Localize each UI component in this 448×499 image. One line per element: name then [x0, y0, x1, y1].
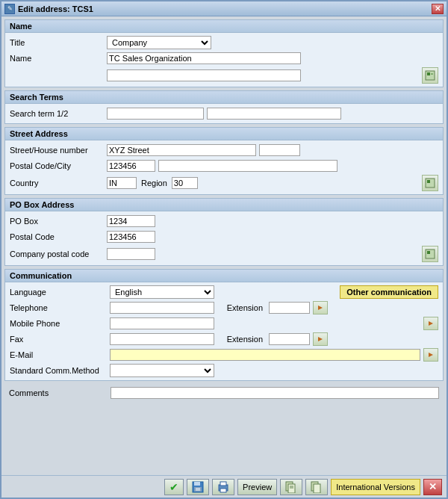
mobile-label: Mobile Phone: [10, 319, 107, 328]
fax-arrow-icon: [316, 335, 325, 344]
cancel-button[interactable]: ✕: [423, 479, 442, 495]
svg-rect-6: [427, 251, 430, 254]
email-arrow-icon: [426, 350, 435, 359]
window-title: Edit address: TCS1: [18, 4, 93, 13]
street-label: Street/House number: [10, 146, 107, 155]
street-address-body: Street/House number Postal Code/City Cou…: [5, 140, 443, 194]
company-postal-label: Company postal code: [10, 250, 107, 258]
fax-row: Fax Extension: [10, 332, 438, 346]
region-input[interactable]: [172, 177, 198, 189]
comments-section: Comments: [4, 384, 444, 402]
house-number-input[interactable]: [259, 144, 300, 156]
po-box-input[interactable]: [107, 215, 155, 227]
title-bar: ✎ Edit address: TCS1 ✕: [1, 1, 447, 16]
search-terms-header: Search Terms: [5, 91, 443, 104]
po-box-icon-btn[interactable]: [422, 246, 438, 262]
other-comm-button[interactable]: Other communication: [340, 285, 438, 299]
po-box-body: PO Box Postal Code Company postal code: [5, 211, 443, 265]
address-icon: [425, 70, 435, 81]
street-section-icon-btn[interactable]: [422, 175, 438, 191]
email-nav-btn[interactable]: [423, 348, 438, 362]
title-bar-left: ✎ Edit address: TCS1: [4, 4, 93, 14]
main-window: ✎ Edit address: TCS1 ✕ Name Title Compan…: [0, 0, 448, 499]
mobile-nav-btn[interactable]: [423, 317, 438, 330]
mobile-arrow-icon: [426, 319, 435, 328]
save-button[interactable]: [187, 479, 209, 495]
street-icon: [425, 178, 435, 188]
name-section: Name Title Company Name: [4, 19, 444, 87]
po-postal-label: Postal Code: [10, 232, 107, 241]
street-input[interactable]: [107, 144, 256, 156]
po-postal-input[interactable]: [107, 231, 155, 243]
comm-body: Language English Other communication Tel…: [5, 282, 443, 380]
company-postal-input[interactable]: [107, 248, 155, 260]
copy-btn2[interactable]: [305, 479, 328, 495]
street-address-header: Street Address: [5, 128, 443, 140]
preview-label: Preview: [243, 483, 272, 492]
street-address-section: Street Address Street/House number Posta…: [4, 127, 444, 195]
telephone-input[interactable]: [110, 302, 214, 314]
mobile-input[interactable]: [110, 317, 214, 329]
name-section-icon-btn[interactable]: [422, 67, 438, 84]
search-term-label: Search term 1/2: [10, 109, 107, 118]
search-terms-section: Search Terms Search term 1/2: [4, 90, 444, 124]
po-box-section: PO Box Address PO Box Postal Code Compan…: [4, 198, 444, 266]
svg-rect-16: [220, 482, 226, 486]
po-box-row: PO Box: [10, 214, 438, 228]
save-icon: [192, 481, 204, 493]
fax-ext-label: Extension: [217, 335, 266, 344]
tel-nav-btn[interactable]: [313, 301, 328, 314]
fax-input[interactable]: [110, 333, 214, 345]
country-label: Country: [10, 179, 107, 187]
copy1-icon: [285, 481, 297, 493]
communication-section: Communication Language English Other com…: [4, 269, 444, 381]
preview-button[interactable]: Preview: [237, 479, 277, 495]
fax-label: Fax: [10, 335, 107, 344]
country-row: Country Region: [10, 175, 438, 191]
region-label: Region: [137, 179, 172, 187]
print-button[interactable]: [212, 479, 234, 495]
search-term2-input[interactable]: [207, 108, 341, 120]
language-select[interactable]: English: [110, 285, 214, 299]
comments-input[interactable]: [111, 387, 439, 399]
print-icon: [217, 481, 229, 493]
name-label: Name: [10, 54, 107, 63]
svg-marker-8: [429, 321, 433, 326]
international-versions-button[interactable]: International Versions: [331, 479, 420, 495]
main-content: Name Title Company Name: [1, 16, 447, 475]
name-input[interactable]: [107, 52, 301, 64]
name-row: Name: [10, 52, 438, 65]
fax-nav-btn[interactable]: [313, 332, 328, 346]
svg-rect-4: [427, 180, 430, 183]
name-input2[interactable]: [107, 69, 301, 81]
city-input[interactable]: [158, 160, 337, 172]
language-label: Language: [10, 288, 107, 297]
title-select[interactable]: Company: [107, 36, 211, 49]
copy-btn1[interactable]: [280, 479, 302, 495]
svg-rect-12: [194, 482, 200, 486]
search-term-row: Search term 1/2: [10, 107, 438, 120]
svg-rect-23: [314, 484, 320, 493]
std-comm-row: Standard Comm.Method: [10, 364, 438, 377]
bottom-toolbar: ✔ Preview: [1, 475, 447, 498]
email-input[interactable]: [110, 349, 420, 361]
fax-ext-input[interactable]: [269, 333, 310, 345]
check-button[interactable]: ✔: [164, 479, 184, 495]
po-box-header: PO Box Address: [5, 199, 443, 211]
postal-code-input[interactable]: [107, 160, 155, 172]
tel-ext-label: Extension: [217, 303, 266, 312]
cancel-icon: ✕: [429, 481, 437, 492]
window-icon: ✎: [4, 4, 15, 14]
std-comm-label: Standard Comm.Method: [10, 366, 107, 375]
country-input[interactable]: [107, 177, 137, 189]
check-icon: ✔: [169, 481, 178, 493]
search-term1-input[interactable]: [107, 108, 204, 120]
street-row: Street/House number: [10, 143, 438, 157]
std-comm-select[interactable]: [110, 364, 214, 377]
copy2-icon: [311, 481, 323, 493]
po-box-icon: [425, 249, 435, 259]
name-row2: [10, 67, 438, 84]
company-postal-row: Company postal code: [10, 246, 438, 262]
close-button[interactable]: ✕: [432, 4, 444, 14]
tel-ext-input[interactable]: [269, 302, 310, 314]
